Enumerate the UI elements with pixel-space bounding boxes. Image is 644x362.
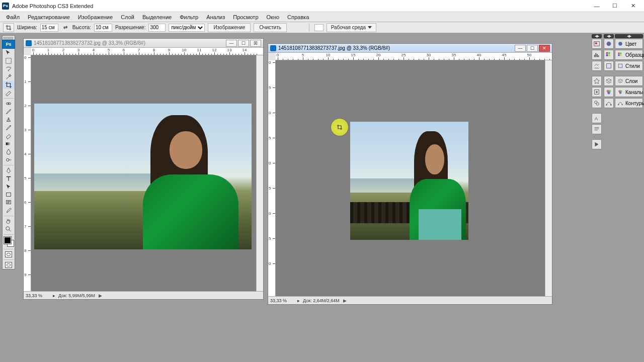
document-2-title: 145181087713838273737.jpg @ 33,3% (RGB/8… xyxy=(278,45,515,51)
color-panel-tab[interactable]: Цвет xyxy=(615,39,643,49)
resolution-units-select[interactable]: пикс/дюйм xyxy=(169,24,205,32)
doc2-maximize-button[interactable]: ☐ xyxy=(527,45,538,52)
doc1-canvas[interactable] xyxy=(31,55,263,291)
swatches-panel-icon[interactable] xyxy=(604,50,614,60)
color-swatches[interactable] xyxy=(3,236,15,248)
brushes-panel-icon[interactable] xyxy=(592,87,602,97)
zoom-tool[interactable] xyxy=(3,225,15,233)
clone-stamp-tool[interactable] xyxy=(3,116,15,124)
window-close-button[interactable]: ✕ xyxy=(624,1,642,11)
doc2-close-button[interactable]: ✕ xyxy=(539,45,550,52)
layers-panel-icon[interactable] xyxy=(604,76,614,86)
doc2-minimize-button[interactable]: ― xyxy=(515,45,526,52)
lasso-tool[interactable] xyxy=(3,65,15,73)
hand-tool[interactable] xyxy=(3,217,15,225)
notes-tool[interactable] xyxy=(3,199,15,207)
navigator-panel-icon[interactable] xyxy=(592,39,602,49)
menu-window[interactable]: Окно xyxy=(263,13,284,21)
menu-select[interactable]: Выделение xyxy=(138,13,176,21)
quick-mask-toggle[interactable] xyxy=(3,250,15,258)
menu-filter[interactable]: Фильтр xyxy=(176,13,202,21)
foreground-color-swatch[interactable] xyxy=(4,237,11,244)
paths-panel-tab[interactable]: Контуры xyxy=(615,98,643,108)
crop-tool-preset-icon[interactable] xyxy=(3,23,14,32)
type-tool[interactable] xyxy=(3,174,15,183)
blur-tool[interactable] xyxy=(3,148,15,156)
swap-dimensions-icon[interactable]: ⇄ xyxy=(62,25,68,31)
layers-panel-tab[interactable]: Слои xyxy=(615,76,643,86)
menu-view[interactable]: Просмотр xyxy=(229,13,262,21)
panel-dock-grip[interactable]: ◀▶ xyxy=(604,34,614,38)
doc1-zoom-value[interactable]: 33,33 % xyxy=(26,293,50,298)
doc2-vertical-scrollbar[interactable] xyxy=(545,60,552,296)
clone-source-panel-icon[interactable] xyxy=(592,98,602,108)
doc2-zoom-value[interactable]: 33,33 % xyxy=(270,298,294,303)
styles-panel-icon[interactable] xyxy=(604,61,614,71)
doc2-status-menu[interactable]: ▶ xyxy=(343,298,348,303)
eraser-tool[interactable] xyxy=(3,132,15,140)
menu-layer[interactable]: Слой xyxy=(117,13,138,21)
window-maximize-button[interactable]: ☐ xyxy=(606,1,624,11)
menu-analysis[interactable]: Анализ xyxy=(202,13,229,21)
menu-file[interactable]: Файл xyxy=(2,13,24,21)
window-minimize-button[interactable]: ― xyxy=(588,1,606,11)
magic-wand-tool[interactable] xyxy=(3,73,15,81)
channels-panel-tab[interactable]: Каналы xyxy=(615,87,643,97)
doc1-status-menu[interactable]: ▶ xyxy=(98,293,103,298)
brush-tool[interactable] xyxy=(3,108,15,116)
panel-dock-grip[interactable]: ◀▶ xyxy=(615,34,643,38)
clear-button[interactable]: Очистить xyxy=(254,23,287,32)
width-input[interactable] xyxy=(40,24,58,32)
document-window-1[interactable]: 145181087713838273732.jpg @ 33,3% (RGB/8… xyxy=(23,38,264,300)
histogram-panel-icon[interactable] xyxy=(592,50,602,60)
document-window-2[interactable]: 145181087713838273737.jpg @ 33,3% (RGB/8… xyxy=(268,43,552,305)
doc1-maximize-button[interactable]: ☐ xyxy=(238,40,249,47)
spot-healing-tool[interactable] xyxy=(3,100,15,108)
menu-edit[interactable]: Редактирование xyxy=(24,13,74,21)
screen-mode-toggle[interactable] xyxy=(3,261,15,269)
rectangle-tool[interactable] xyxy=(3,191,15,199)
screen-modes-icon[interactable] xyxy=(314,24,324,31)
panel-dock-grip[interactable]: ◀▶ xyxy=(592,34,602,38)
workspace-area: Ps xyxy=(0,33,644,362)
history-brush-tool[interactable] xyxy=(3,124,15,132)
info-panel-icon[interactable] xyxy=(592,61,602,71)
menu-image[interactable]: Изображение xyxy=(74,13,117,21)
color-panel-icon[interactable] xyxy=(604,39,614,49)
paragraph-panel-icon[interactable] xyxy=(592,124,602,134)
doc1-close-button[interactable]: ☒ xyxy=(250,40,261,47)
eyedropper-tool[interactable] xyxy=(3,207,15,215)
swatches-panel-tab[interactable]: Образцы xyxy=(615,50,643,60)
doc1-minimize-button[interactable]: ― xyxy=(226,40,237,47)
styles-panel-tab[interactable]: Стили xyxy=(615,61,643,71)
doc2-canvas[interactable] xyxy=(276,60,552,296)
workspace-dropdown[interactable]: Рабочая среда xyxy=(327,23,376,32)
dodge-tool[interactable] xyxy=(3,156,15,164)
doc2-horizontal-ruler[interactable]: 05101520253035404550 xyxy=(276,53,552,60)
path-selection-tool[interactable] xyxy=(3,183,15,191)
doc2-vertical-ruler[interactable]: 050505050 xyxy=(268,60,276,296)
front-image-button[interactable]: Изображение xyxy=(208,23,251,32)
document-2-titlebar[interactable]: 145181087713838273737.jpg @ 33,3% (RGB/8… xyxy=(268,44,552,53)
character-panel-icon[interactable]: A xyxy=(592,113,602,123)
app-title: Adobe Photoshop CS3 Extended xyxy=(12,3,588,9)
tool-presets-panel-icon[interactable] xyxy=(592,76,602,86)
channels-panel-icon[interactable] xyxy=(604,87,614,97)
doc1-horizontal-ruler[interactable]: 01234567891011121314 xyxy=(31,48,263,55)
crop-tool[interactable] xyxy=(3,81,15,89)
marquee-tool[interactable] xyxy=(3,57,15,65)
doc1-vertical-scrollbar[interactable] xyxy=(256,55,263,291)
height-input[interactable] xyxy=(94,24,112,32)
paths-panel-icon[interactable] xyxy=(604,98,614,108)
slice-tool[interactable] xyxy=(3,89,15,97)
pen-tool[interactable] xyxy=(3,166,15,174)
doc1-status-icon[interactable]: ▸ xyxy=(53,293,55,298)
move-tool[interactable] xyxy=(3,49,15,57)
gradient-tool[interactable] xyxy=(3,140,15,148)
doc1-vertical-ruler[interactable]: 0123456789 xyxy=(24,55,31,291)
resolution-input[interactable] xyxy=(148,24,166,32)
menu-help[interactable]: Справка xyxy=(283,13,313,21)
doc2-status-icon[interactable]: ▸ xyxy=(297,298,300,303)
actions-panel-icon[interactable] xyxy=(592,139,602,149)
document-1-titlebar[interactable]: 145181087713838273732.jpg @ 33,3% (RGB/8… xyxy=(24,39,263,48)
